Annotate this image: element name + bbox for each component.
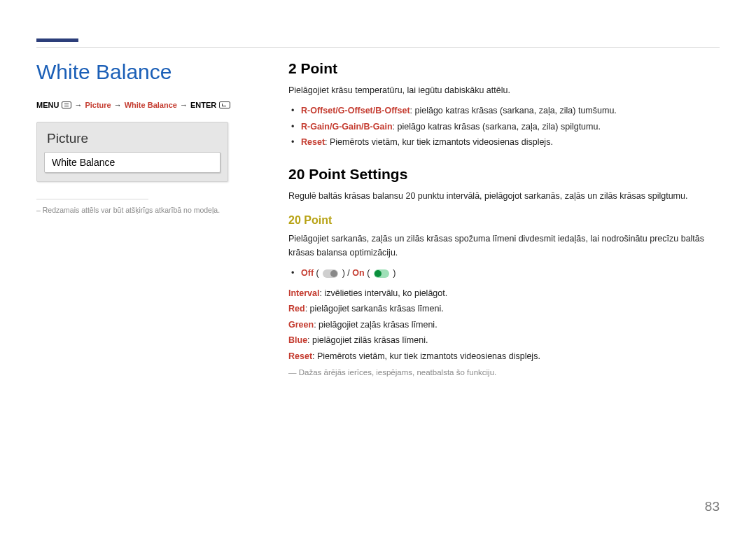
breadcrumb-menu: MENU xyxy=(36,101,59,109)
breadcrumb-picture: Picture xyxy=(85,101,111,109)
list-item: Reset: Piemērots vietām, kur tiek izmant… xyxy=(301,134,720,150)
bullet-list: Off ( ) / On ( ) xyxy=(288,265,720,281)
bullet-list: R-Offset/G-Offset/B-Offset: pielāgo katr… xyxy=(288,103,720,150)
menu-panel: Picture White Balance xyxy=(36,122,228,182)
setting-line: Interval: izvēlieties intervālu, ko piel… xyxy=(288,286,720,302)
breadcrumb-enter: ENTER xyxy=(190,101,216,109)
setting-label: Green xyxy=(288,320,314,330)
section-heading-20point-settings: 20 Point Settings xyxy=(288,166,720,183)
bullet-label: Reset xyxy=(301,137,325,147)
setting-line: Blue: pielāgojiet zilās krāsas līmeni. xyxy=(288,332,720,349)
subsection-intro: Pielāgojiet sarkanās, zaļās un zilās krā… xyxy=(288,232,720,260)
setting-line: Red: pielāgojiet sarkanās krāsas līmeni. xyxy=(288,301,720,317)
list-item: R-Offset/G-Offset/B-Offset: pielāgo katr… xyxy=(301,103,720,119)
page-number: 83 xyxy=(705,499,720,514)
setting-line: Reset: Piemērots vietām, kur tiek izmant… xyxy=(288,349,720,365)
right-column: 2 Point Pielāgojiet krāsu temperatūru, l… xyxy=(274,60,720,377)
list-item: R-Gain/G-Gain/B-Gain: pielāgo katras krā… xyxy=(301,119,720,135)
accent-bar xyxy=(36,38,78,42)
menu-icon xyxy=(62,101,71,108)
divider xyxy=(36,199,148,199)
setting-label: Red xyxy=(288,304,305,314)
setting-line: Green: pielāgojiet zaļās krāsas līmeni. xyxy=(288,317,720,333)
bullet-label: R-Gain/G-Gain/B-Gain xyxy=(301,122,393,132)
section-intro: Regulē baltās krāsas balansu 20 punktu i… xyxy=(288,190,720,203)
bullet-text: : pielāgo katras krāsas (sarkana, zaļa, … xyxy=(410,106,617,115)
toggle-on-icon xyxy=(372,269,391,278)
note: Dažas ārējās ierīces, iespējams, neatbal… xyxy=(288,368,720,377)
toggle-paren-close: ) xyxy=(342,268,345,278)
breadcrumb: MENU → Picture → White Balance → ENTER xyxy=(36,101,252,109)
setting-text: : pielāgojiet zaļās krāsas līmeni. xyxy=(314,320,437,330)
toggle-on-label: On xyxy=(352,268,364,278)
setting-label: Blue xyxy=(288,335,307,345)
setting-label: Interval xyxy=(288,288,319,298)
bullet-text: : Piemērots vietām, kur tiek izmantots v… xyxy=(325,137,553,147)
toggle-paren-close: ) xyxy=(393,268,396,278)
top-rule xyxy=(36,47,720,48)
subsection-heading-20point: 20 Point xyxy=(288,214,720,227)
toggle-paren-open: ( xyxy=(367,268,370,278)
breadcrumb-white-balance: White Balance xyxy=(125,101,177,109)
page-title: White Balance xyxy=(36,60,252,84)
section-intro: Pielāgojiet krāsu temperatūru, lai iegūt… xyxy=(288,84,720,97)
section-heading-2point: 2 Point xyxy=(288,60,720,77)
toggle-off-icon xyxy=(321,269,340,278)
panel-title: Picture xyxy=(47,131,220,146)
arrow-icon: → xyxy=(114,101,122,109)
panel-item-white-balance[interactable]: White Balance xyxy=(44,152,220,173)
columns: White Balance MENU → Picture → White Bal… xyxy=(36,60,720,377)
arrow-icon: → xyxy=(74,101,82,109)
setting-text: : izvēlieties intervālu, ko pielāgot. xyxy=(319,288,447,298)
footnote: – Redzamais attēls var būt atšķirīgs atk… xyxy=(36,205,252,216)
enter-icon xyxy=(219,101,230,108)
page: White Balance MENU → Picture → White Bal… xyxy=(0,0,756,534)
toggle-off-label: Off xyxy=(301,268,314,278)
setting-text: : Piemērots vietām, kur tiek izmantots v… xyxy=(312,351,540,361)
setting-label: Reset xyxy=(288,351,312,361)
toggle-paren-open: ( xyxy=(316,268,319,278)
left-column: White Balance MENU → Picture → White Bal… xyxy=(36,60,274,377)
bullet-label: R-Offset/G-Offset/B-Offset xyxy=(301,106,410,115)
arrow-icon: → xyxy=(180,101,188,109)
setting-text: : pielāgojiet zilās krāsas līmeni. xyxy=(307,335,428,345)
setting-text: : pielāgojiet sarkanās krāsas līmeni. xyxy=(305,304,444,314)
list-item-toggle: Off ( ) / On ( ) xyxy=(301,265,720,281)
bullet-text: : pielāgo katras krāsas (sarkana, zaļa, … xyxy=(393,122,601,132)
